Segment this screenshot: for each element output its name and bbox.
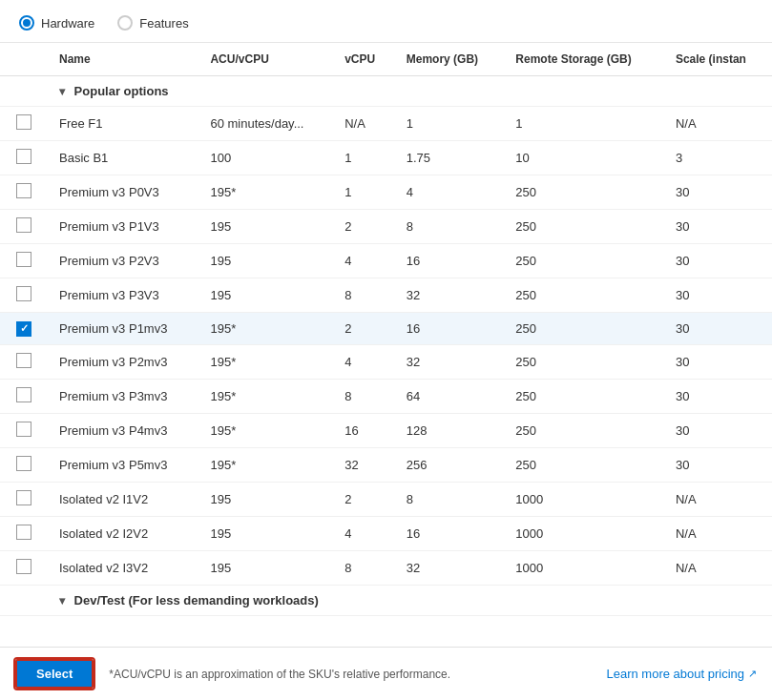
row-checkbox-cell[interactable] (0, 313, 48, 345)
row-memory: 64 (395, 379, 505, 413)
row-checkbox-cell[interactable] (0, 344, 48, 379)
row-memory: 16 (395, 313, 505, 345)
row-storage: 1000 (504, 482, 664, 516)
row-scale: 30 (664, 278, 772, 313)
external-link-icon: ↗ (748, 668, 757, 680)
row-checkbox[interactable] (16, 183, 31, 198)
row-scale: N/A (664, 516, 772, 550)
table-row[interactable]: Premium v3 P2V3 195 4 16 250 30 (0, 244, 772, 278)
row-memory: 8 (395, 210, 505, 244)
table-row[interactable]: Isolated v2 I3V2 195 8 32 1000 N/A (0, 550, 772, 585)
row-vcpu: 1 (333, 175, 395, 210)
row-memory: 1.75 (395, 141, 505, 175)
footer: Select *ACU/vCPU is an approximation of … (0, 647, 772, 700)
row-name: Premium v3 P3mv3 (48, 379, 198, 413)
learn-more-link[interactable]: Learn more about pricing ↗ (606, 667, 757, 681)
radio-hardware-circle (19, 15, 34, 31)
radio-features-label: Features (139, 16, 188, 31)
table-row[interactable]: Premium v3 P3mv3 195* 8 64 250 30 (0, 379, 772, 413)
row-vcpu: 1 (333, 141, 395, 175)
row-scale: 30 (664, 379, 772, 413)
row-acu: 195 (198, 516, 333, 550)
row-name: Isolated v2 I1V2 (48, 482, 198, 516)
row-checkbox[interactable] (16, 353, 31, 368)
row-vcpu: 4 (333, 244, 395, 278)
row-checkbox-cell[interactable] (0, 482, 48, 516)
row-memory: 16 (395, 516, 505, 550)
row-checkbox-cell[interactable] (0, 550, 48, 585)
row-checkbox-cell[interactable] (0, 244, 48, 278)
row-memory: 32 (395, 278, 505, 313)
row-storage: 250 (504, 413, 664, 447)
row-checkbox[interactable] (16, 321, 31, 337)
row-checkbox[interactable] (16, 149, 31, 164)
row-scale: N/A (664, 107, 772, 141)
row-name: Premium v3 P2mv3 (48, 344, 198, 379)
footer-note: *ACU/vCPU is an approximation of the SKU… (109, 668, 591, 681)
row-memory: 256 (395, 447, 505, 482)
row-checkbox-cell[interactable] (0, 278, 48, 313)
row-checkbox[interactable] (16, 422, 31, 437)
col-acu: ACU/vCPU (198, 43, 333, 76)
row-scale: 30 (664, 210, 772, 244)
table-row[interactable]: Premium v3 P2mv3 195* 4 32 250 30 (0, 344, 772, 379)
row-vcpu: 32 (333, 447, 395, 482)
sku-table: Name ACU/vCPU vCPU Memory (GB) Remote St… (0, 43, 772, 616)
table-row[interactable]: Premium v3 P1mv3 195* 2 16 250 30 (0, 313, 772, 345)
row-checkbox-cell[interactable] (0, 516, 48, 550)
row-storage: 250 (504, 379, 664, 413)
row-memory: 4 (395, 175, 505, 210)
row-scale: 30 (664, 313, 772, 345)
table-row[interactable]: Free F1 60 minutes/day... N/A 1 1 N/A (0, 107, 772, 141)
table-row[interactable]: Premium v3 P0V3 195* 1 4 250 30 (0, 175, 772, 210)
row-checkbox[interactable] (16, 456, 31, 471)
col-vcpu: vCPU (333, 43, 395, 76)
table-row[interactable]: Isolated v2 I1V2 195 2 8 1000 N/A (0, 482, 772, 516)
row-checkbox[interactable] (16, 252, 31, 267)
row-storage: 1000 (504, 550, 664, 585)
table-row[interactable]: Premium v3 P4mv3 195* 16 128 250 30 (0, 413, 772, 447)
table-row[interactable]: Basic B1 100 1 1.75 10 3 (0, 141, 772, 175)
row-checkbox[interactable] (16, 217, 31, 233)
row-scale: N/A (664, 550, 772, 585)
group-header-popular[interactable]: ▾ Popular options (0, 76, 772, 107)
radio-features-circle (117, 15, 133, 31)
radio-hardware[interactable]: Hardware (19, 15, 94, 31)
row-scale: N/A (664, 482, 772, 516)
row-checkbox-cell[interactable] (0, 141, 48, 175)
row-acu: 195* (198, 379, 333, 413)
row-checkbox[interactable] (16, 387, 31, 402)
row-checkbox-cell[interactable] (0, 447, 48, 482)
row-checkbox-cell[interactable] (0, 107, 48, 141)
row-memory: 32 (395, 344, 505, 379)
table-row[interactable]: Premium v3 P5mv3 195* 32 256 250 30 (0, 447, 772, 482)
sku-table-container: Name ACU/vCPU vCPU Memory (GB) Remote St… (0, 43, 772, 647)
row-vcpu: 2 (333, 313, 395, 345)
radio-bar: Hardware Features (0, 0, 772, 43)
row-checkbox[interactable] (16, 286, 31, 301)
row-checkbox[interactable] (16, 559, 31, 574)
table-row[interactable]: Premium v3 P1V3 195 2 8 250 30 (0, 210, 772, 244)
select-button[interactable]: Select (15, 659, 94, 689)
radio-features[interactable]: Features (117, 15, 188, 31)
row-vcpu: 4 (333, 344, 395, 379)
row-checkbox-cell[interactable] (0, 210, 48, 244)
table-row[interactable]: Premium v3 P3V3 195 8 32 250 30 (0, 278, 772, 313)
row-acu: 195* (198, 447, 333, 482)
row-checkbox-cell[interactable] (0, 175, 48, 210)
row-checkbox[interactable] (16, 490, 31, 505)
row-storage: 250 (504, 244, 664, 278)
chevron-down-icon: ▾ (59, 85, 65, 98)
row-checkbox[interactable] (16, 114, 31, 130)
group-header-devtest[interactable]: ▾ Dev/Test (For less demanding workloads… (0, 585, 772, 615)
row-checkbox-cell[interactable] (0, 413, 48, 447)
learn-more-label: Learn more about pricing (606, 667, 744, 681)
group-label: ▾ Popular options (48, 76, 772, 107)
row-checkbox-cell[interactable] (0, 379, 48, 413)
row-scale: 30 (664, 244, 772, 278)
row-storage: 250 (504, 447, 664, 482)
row-vcpu: 8 (333, 379, 395, 413)
row-vcpu: 2 (333, 482, 395, 516)
row-checkbox[interactable] (16, 525, 31, 540)
table-row[interactable]: Isolated v2 I2V2 195 4 16 1000 N/A (0, 516, 772, 550)
